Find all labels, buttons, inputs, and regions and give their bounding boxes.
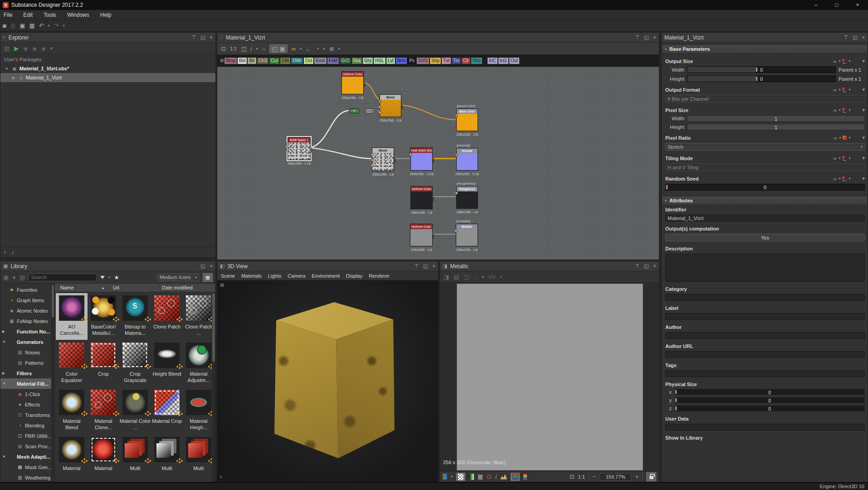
filtering-button[interactable]	[511, 473, 520, 481]
float-panel-icon[interactable]: ◱	[423, 263, 428, 269]
node-type-badge[interactable]: Cur	[269, 58, 279, 64]
save-icon[interactable]: ▤	[454, 274, 459, 280]
library-category[interactable]: ◑ Blending	[0, 420, 54, 431]
float-panel-icon[interactable]: ◱	[853, 34, 857, 40]
chevron-down-icon[interactable]: ▾	[848, 156, 850, 160]
background-checker-button[interactable]	[456, 473, 465, 481]
library-item[interactable]: Material Blend	[56, 387, 88, 434]
node-type-badge[interactable]: ChS	[257, 58, 268, 64]
menu-item[interactable]: Tools	[44, 12, 56, 18]
categories-scrollbar[interactable]	[51, 284, 54, 479]
library-item[interactable]: Material Clone...	[88, 387, 119, 434]
external-icon[interactable]: ⊞	[220, 282, 224, 288]
scene-tree-icon[interactable]: ⊦	[220, 474, 223, 480]
node-inputs[interactable]	[455, 114, 458, 117]
graph-node[interactable]: BnW Spots 1 256x256 - L16	[288, 137, 311, 160]
graph-node[interactable]: [metallic] Metallic 256x256 - L8	[456, 224, 478, 246]
column-url[interactable]: Url	[110, 285, 159, 290]
section-base-parameters[interactable]: ▾ Base Parameters	[662, 44, 868, 54]
mini-node-gray[interactable]: Gry	[365, 108, 374, 113]
zoom-level-value[interactable]: 159.77%	[600, 473, 631, 480]
library-category[interactable]: ▦ FxMap Nodes	[0, 316, 54, 326]
node-type-badge[interactable]: FxM	[327, 58, 339, 64]
chevron-down-icon[interactable]: ▾	[848, 176, 850, 181]
library-category[interactable]: ◗ Graph Items	[0, 295, 54, 305]
node-inputs[interactable]	[454, 229, 458, 232]
elbow-links-icon[interactable]: ∟	[306, 45, 312, 52]
node-output[interactable]	[311, 147, 312, 153]
3d-menu-item[interactable]: Renderer	[369, 273, 390, 279]
node-inputs[interactable]	[455, 191, 458, 195]
tiling-mode-dropdown[interactable]: H and V Tiling	[665, 163, 865, 171]
node-output[interactable]	[395, 158, 395, 163]
lock-button[interactable]	[646, 472, 656, 481]
library-item[interactable]: Material Adjustm...	[183, 340, 215, 387]
library-category[interactable]: ▶ Function No...	[0, 326, 54, 337]
output-dot[interactable]	[356, 110, 359, 112]
node-type-badge[interactable]: SVG	[417, 58, 429, 64]
node-type-badge[interactable]: GrD	[340, 58, 351, 64]
graph-node[interactable]: Normal Sobel (Dep... 256x256 - C16	[410, 147, 433, 171]
menu-item[interactable]: File	[4, 12, 12, 18]
color-swatch-icon[interactable]	[843, 136, 847, 140]
zoom-in-button[interactable]: +	[635, 473, 639, 480]
library-category[interactable]: ▥ Weathering	[0, 472, 54, 482]
node-type-badge[interactable]: Bld	[238, 58, 247, 64]
expand-arrow-icon[interactable]: ▶	[2, 371, 7, 375]
chevron-down-icon[interactable]: ▾	[451, 475, 453, 479]
screenshot-icon[interactable]: ◫	[464, 274, 469, 280]
author-url-input[interactable]	[665, 351, 865, 358]
chevron-down-icon[interactable]: ▾	[862, 107, 865, 113]
graph-node[interactable]: Uniform Color 256x256 - L8	[410, 186, 433, 209]
node-output[interactable]	[402, 104, 403, 110]
section-attributes[interactable]: ▾ Attributes	[662, 196, 868, 205]
library-item[interactable]: Material	[56, 435, 88, 481]
pin-panel-icon[interactable]: ⊤	[635, 34, 640, 40]
link-display-toggle[interactable]: ◰ ▣	[269, 44, 288, 53]
axis-value-field[interactable]: 0	[674, 389, 865, 395]
chevron-down-icon[interactable]: ▾	[256, 47, 258, 51]
tree-icon[interactable]: ⊦	[4, 250, 7, 255]
package-row[interactable]: ▼ ▣ Material_1_Vizrt.sbs*	[0, 64, 215, 73]
histogram-icon[interactable]	[500, 474, 507, 480]
zoom-out-button[interactable]: −	[593, 473, 596, 480]
graph-tab[interactable]: ∴ Material_1_Vizrt	[220, 34, 265, 41]
library-category[interactable]: ▨ Noises	[0, 347, 54, 358]
library-item[interactable]: Material Color ...	[119, 387, 151, 434]
graph-node[interactable]: [roughness] Roughness 256x256 - L8	[456, 186, 478, 209]
inheritance-icon[interactable]	[842, 88, 847, 92]
library-item[interactable]: Material Crop	[151, 387, 183, 434]
link-param-icon[interactable]: ∞	[834, 108, 837, 113]
info-icon[interactable]: i	[495, 473, 497, 480]
chevron-down-icon[interactable]: ▾	[482, 275, 484, 279]
library-category[interactable]: ⊡ Transforms	[0, 410, 54, 420]
inheritance-icon[interactable]	[842, 108, 847, 113]
node-type-badge[interactable]: Emb	[314, 58, 327, 64]
tiling-grid-icon[interactable]: ▦	[478, 473, 483, 480]
pin-panel-icon[interactable]: ⊤	[844, 34, 848, 40]
expand-arrow-icon[interactable]: ▼	[5, 67, 10, 71]
graph-row-selected[interactable]: ▶ ◈ Material_1_Vizrt	[0, 73, 215, 82]
ratio-label[interactable]: 1:1	[578, 474, 585, 480]
float-panel-icon[interactable]: ◱	[644, 263, 649, 269]
frame-all-icon[interactable]: ⊡	[221, 45, 226, 52]
node-output[interactable]	[433, 196, 434, 202]
chevron-down-icon[interactable]: ▾	[839, 108, 840, 112]
width-slider[interactable]: 0	[687, 66, 836, 73]
expand-arrow-icon[interactable]: ▶	[2, 329, 7, 333]
library-category[interactable]: ◎ Scan Proc...	[0, 441, 54, 451]
library-item[interactable]: Material Heigh...	[183, 387, 215, 434]
library-category[interactable]: ▤ Patterns	[0, 358, 54, 368]
view-mode-dropdown[interactable]: Medium Icons ▾	[157, 274, 199, 281]
library-item[interactable]: Crop	[88, 340, 119, 387]
library-item[interactable]: Clone Patch ...	[183, 293, 215, 340]
library-item[interactable]: BaseColor/ Metallic/...	[88, 293, 119, 340]
colorbars-icon[interactable]	[523, 474, 527, 480]
library-category[interactable]: ◈ Atomic Nodes	[0, 305, 54, 316]
graph-node[interactable]: [normal] Normal 256x256 - C16	[456, 148, 478, 171]
link-style-icon[interactable]: ∞	[292, 45, 296, 52]
uv-mode-label[interactable]: UV	[488, 274, 495, 279]
chevron-down-icon[interactable]: ▾	[500, 275, 502, 279]
library-category[interactable]: ∗ Effects	[0, 399, 54, 410]
substance-icon[interactable]: ◈	[23, 45, 28, 52]
